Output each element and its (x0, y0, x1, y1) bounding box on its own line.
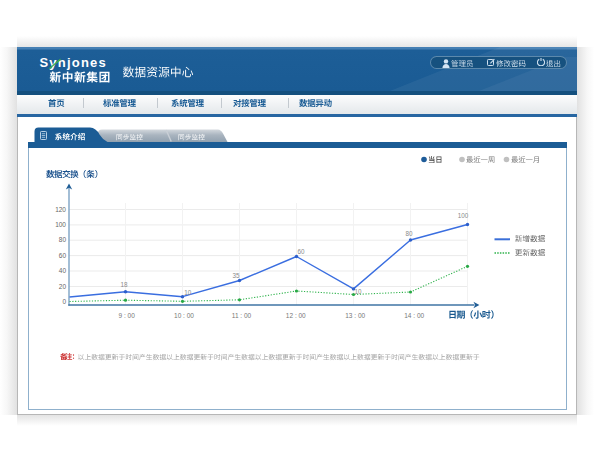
svg-text:18: 18 (121, 281, 129, 288)
svg-text:60: 60 (298, 248, 306, 255)
svg-text:10: 10 (184, 289, 192, 296)
svg-text:10: 10 (355, 288, 363, 295)
svg-text:100: 100 (458, 212, 469, 219)
svg-text:80: 80 (406, 230, 414, 237)
svg-text:35: 35 (233, 272, 241, 279)
